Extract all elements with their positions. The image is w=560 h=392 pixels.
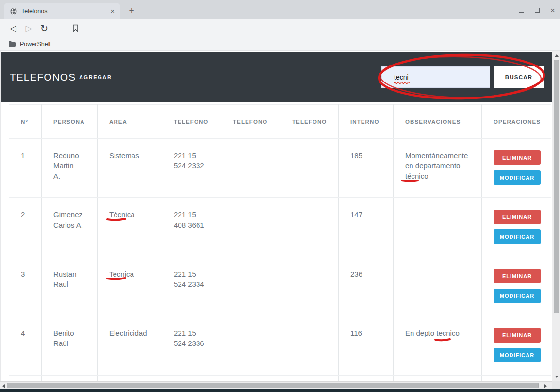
scroll-right-arrow-icon[interactable] bbox=[544, 384, 547, 388]
browser-toolbar: ◁ ▷ ↻ i localhost:3000/find bbox=[0, 19, 560, 37]
horizontal-scrollbar-thumb[interactable] bbox=[7, 383, 539, 388]
table-row: 2 Gimenez Carlos A. Técnica 221 15 408 3… bbox=[9, 198, 551, 257]
scroll-left-arrow-icon[interactable] bbox=[2, 384, 5, 388]
cell-area: Técnica bbox=[109, 211, 135, 219]
cell-number: 4 bbox=[21, 329, 25, 337]
scroll-up-arrow-icon[interactable] bbox=[555, 54, 559, 57]
modificar-button[interactable]: MODIFICAR bbox=[494, 170, 541, 185]
phones-table: N° PERSONA AREA TELEFONO TELEFONO TELEFO… bbox=[9, 104, 551, 381]
tab-strip: Telefonos × + × bbox=[0, 0, 560, 19]
column-header: INTERNO bbox=[339, 105, 394, 139]
window-minimize-button[interactable] bbox=[519, 12, 524, 13]
buscar-button[interactable]: BUSCAR bbox=[494, 66, 544, 88]
window-edge bbox=[0, 51, 1, 381]
reload-icon[interactable]: ↻ bbox=[38, 19, 50, 37]
bookmark-icon[interactable] bbox=[69, 19, 81, 37]
agregar-link[interactable]: AGREGAR bbox=[79, 52, 112, 102]
modificar-button[interactable]: MODIFICAR bbox=[494, 229, 541, 244]
cell-interno: 185 bbox=[350, 151, 362, 160]
cell-persona: Benito Raúl bbox=[53, 329, 74, 347]
cell-number: 3 bbox=[21, 270, 25, 278]
eliminar-button[interactable]: ELIMINAR bbox=[494, 328, 541, 343]
globe-favicon-icon bbox=[10, 7, 17, 15]
tab-title: Telefonos bbox=[21, 8, 109, 15]
page-title: TELEFONOS bbox=[10, 52, 76, 102]
new-tab-button[interactable]: + bbox=[125, 4, 138, 17]
cell-telefono: 221 15 408 3661 bbox=[174, 211, 204, 229]
window-close-button[interactable]: × bbox=[550, 6, 555, 15]
modificar-button[interactable]: MODIFICAR bbox=[494, 289, 541, 303]
forward-icon: ▷ bbox=[23, 19, 34, 37]
folder-icon bbox=[9, 41, 16, 47]
eliminar-button[interactable]: ELIMINAR bbox=[494, 210, 541, 224]
table-row: 3 Rustan Raul Tecnica 221 15 524 2334 23… bbox=[9, 257, 551, 316]
cell-observaciones: Momentáneamente en departamento técnico bbox=[405, 151, 468, 180]
vertical-scrollbar-thumb[interactable] bbox=[554, 60, 559, 313]
cell-area: Sistemas bbox=[109, 151, 139, 160]
back-icon[interactable]: ◁ bbox=[7, 19, 19, 37]
table-row: 4 Benito Raúl Electricidad 221 15 524 23… bbox=[9, 316, 551, 376]
cell-area: Tecnica bbox=[109, 270, 134, 278]
window-maximize-button[interactable] bbox=[535, 8, 540, 13]
column-header: OPERACIONES bbox=[482, 105, 551, 139]
column-header: TELEFONO bbox=[162, 105, 221, 139]
cell-number: 1 bbox=[21, 151, 25, 160]
scroll-down-arrow-icon[interactable] bbox=[555, 376, 559, 378]
cell-telefono: 221 15 524 2334 bbox=[174, 270, 204, 288]
table-row: 1 Reduno Martin A. Sistemas 221 15 524 2… bbox=[9, 139, 551, 198]
column-header: TELEFONO bbox=[280, 105, 339, 139]
horizontal-scrollbar[interactable] bbox=[0, 381, 552, 389]
bookmark-powershell[interactable]: PowerShell bbox=[20, 41, 50, 48]
table-header-row: N° PERSONA AREA TELEFONO TELEFONO TELEFO… bbox=[9, 105, 551, 139]
bookmarks-bar: PowerShell bbox=[0, 37, 560, 51]
column-header: N° bbox=[9, 105, 42, 139]
column-header: AREA bbox=[98, 105, 162, 139]
vertical-scrollbar[interactable] bbox=[552, 51, 560, 381]
column-header: PERSONA bbox=[42, 105, 98, 139]
browser-window: Telefonos × + × ◁ ▷ ↻ i localhost:3000/f… bbox=[0, 0, 560, 392]
tab-close-icon[interactable]: × bbox=[109, 7, 115, 15]
column-header: TELEFONO bbox=[221, 105, 280, 139]
cell-persona: Reduno Martin A. bbox=[53, 151, 79, 180]
scrollbar-corner bbox=[552, 381, 560, 389]
cell-number: 2 bbox=[21, 211, 25, 219]
cell-persona: Rustan Raul bbox=[53, 270, 77, 288]
table-row bbox=[9, 376, 551, 382]
cell-telefono: 221 15 524 2332 bbox=[174, 151, 204, 170]
cell-area: Electricidad bbox=[109, 329, 147, 337]
page-viewport: TELEFONOS AGREGAR BUSCAR N° PERSONA AREA… bbox=[0, 51, 552, 381]
cell-persona: Gimenez Carlos A. bbox=[53, 211, 83, 229]
app-header: TELEFONOS AGREGAR BUSCAR bbox=[1, 52, 552, 102]
search-input[interactable] bbox=[381, 66, 490, 88]
eliminar-button[interactable]: ELIMINAR bbox=[494, 150, 541, 165]
cell-interno: 236 bbox=[350, 270, 362, 278]
eliminar-button[interactable]: ELIMINAR bbox=[494, 269, 541, 283]
modificar-button[interactable]: MODIFICAR bbox=[494, 348, 541, 362]
cell-telefono: 221 15 524 2336 bbox=[174, 329, 204, 347]
cell-interno: 147 bbox=[350, 211, 362, 219]
tab-telefonos[interactable]: Telefonos × bbox=[4, 3, 120, 19]
window-bottom-edge bbox=[0, 389, 560, 392]
cell-observaciones: En depto tecnico bbox=[405, 329, 460, 337]
column-header: OBSERVACIONES bbox=[394, 105, 482, 139]
cell-interno: 116 bbox=[350, 329, 362, 337]
